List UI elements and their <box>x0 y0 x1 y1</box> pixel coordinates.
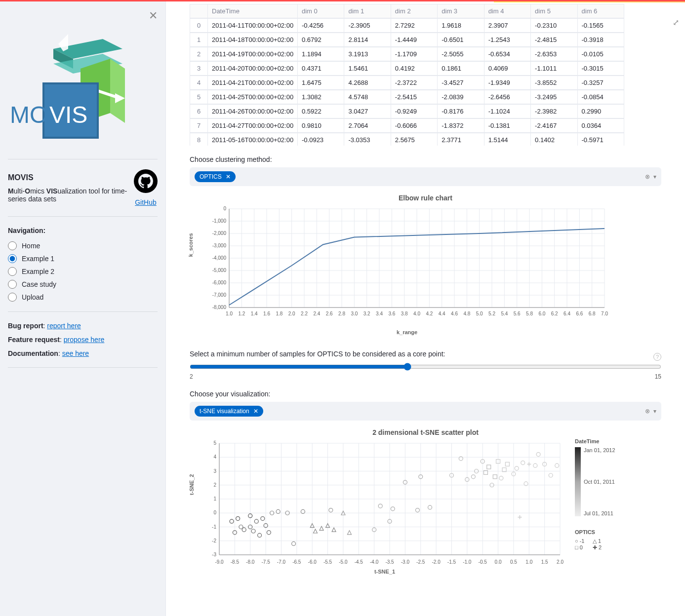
svg-text:1.2: 1.2 <box>238 311 245 316</box>
svg-text:0: 0 <box>223 206 226 211</box>
tag-remove-icon[interactable]: ✕ <box>253 408 258 415</box>
svg-text:4.4: 4.4 <box>439 311 445 316</box>
svg-marker-182 <box>332 528 336 532</box>
sidebar-link-row: Bug report: report here <box>8 322 158 330</box>
svg-text:-6.0: -6.0 <box>308 559 317 565</box>
svg-text:4.8: 4.8 <box>463 311 470 316</box>
svg-point-170 <box>261 517 265 521</box>
svg-text:1: 1 <box>213 496 216 501</box>
sidebar: ✕ MO VIS MOVIS Multi- <box>0 1 166 616</box>
svg-text:-8.5: -8.5 <box>231 559 240 565</box>
svg-marker-185 <box>347 531 351 535</box>
min-samples-slider[interactable] <box>190 363 661 371</box>
legend-symbol: ✚ 2 <box>593 544 610 551</box>
svg-text:-3,000: -3,000 <box>212 243 227 248</box>
svg-rect-207 <box>505 462 509 466</box>
sidebar-link[interactable]: see here <box>62 349 89 357</box>
app-title: MOVIS <box>8 173 134 182</box>
tag-remove-icon[interactable]: ✕ <box>226 173 231 180</box>
svg-text:-3.0: -3.0 <box>401 559 410 565</box>
table-header: dim 6 <box>577 4 624 18</box>
svg-text:6.2: 6.2 <box>551 311 558 316</box>
svg-text:-2.0: -2.0 <box>432 559 441 565</box>
svg-text:1.0: 1.0 <box>226 311 233 316</box>
svg-text:5: 5 <box>213 440 216 446</box>
nav-radio-case-study[interactable]: Case study <box>8 280 158 289</box>
svg-rect-201 <box>487 465 491 469</box>
table-row: 82011-05-16T00:00:00+02:00-0.0923-3.0353… <box>190 133 624 146</box>
nav-radio-example-1[interactable]: Example 1 <box>8 254 158 263</box>
svg-text:-5.0: -5.0 <box>339 559 348 565</box>
svg-text:0.5: 0.5 <box>510 559 517 565</box>
svg-text:3.6: 3.6 <box>388 311 395 316</box>
legend-symbol: □ 0 <box>575 544 593 550</box>
nav-radio-example-2[interactable]: Example 2 <box>8 267 158 276</box>
svg-text:1.4: 1.4 <box>251 311 258 316</box>
svg-marker-179 <box>313 529 317 533</box>
svg-text:-7,000: -7,000 <box>212 292 227 298</box>
help-icon[interactable]: ? <box>653 353 661 361</box>
sidebar-link[interactable]: propose here <box>64 336 105 344</box>
elbow-ylabel: k_scores <box>188 233 194 257</box>
clustering-multiselect[interactable]: OPTICS ✕ ⊗ ▾ <box>190 167 661 186</box>
table-header: dim 2 <box>391 4 437 18</box>
viz-label: Choose your visualization: <box>190 390 661 398</box>
svg-text:4.0: 4.0 <box>413 311 420 316</box>
viz-multiselect[interactable]: t-SNE visualization ✕ ⊗ ▾ <box>190 402 661 421</box>
svg-marker-4 <box>110 59 125 123</box>
sidebar-link-row: Documentation: see here <box>8 349 158 357</box>
multiselect-caret-icon[interactable]: ⊗ ▾ <box>645 408 656 415</box>
svg-point-164 <box>242 528 246 532</box>
svg-text:-1: -1 <box>212 524 216 530</box>
svg-text:4.6: 4.6 <box>451 311 458 316</box>
legend-symbol: △ 1 <box>593 538 610 544</box>
table-row: 22011-04-19T00:00:00+02:001.18943.1913-1… <box>190 47 624 61</box>
svg-point-217 <box>536 453 540 457</box>
scatter-legend: DateTime Jan 01, 2012Oct 01, 2011Jul 01,… <box>575 438 615 567</box>
app-tagline: Multi-Omics VISualization tool for time-… <box>8 187 134 203</box>
nav-radio-home[interactable]: Home <box>8 241 158 250</box>
svg-point-219 <box>549 473 553 477</box>
github-icon[interactable] <box>134 169 158 193</box>
svg-text:4.2: 4.2 <box>426 311 433 316</box>
expand-icon[interactable]: ⤢ <box>673 18 679 27</box>
svg-point-191 <box>415 508 419 512</box>
close-icon[interactable]: ✕ <box>149 9 158 22</box>
slider-max: 15 <box>655 373 661 380</box>
svg-point-172 <box>267 531 271 535</box>
main-content: ⤢ DateTimedim 0dim 1dim 2dim 3dim 4dim 5… <box>166 1 685 616</box>
nav-radio-group: HomeExample 1Example 2Case studyUpload <box>8 241 158 302</box>
clustering-tag-label: OPTICS <box>200 173 222 180</box>
svg-text:6.8: 6.8 <box>589 311 596 316</box>
table-row: 62011-04-26T00:00:00+02:000.59223.0427-0… <box>190 104 624 118</box>
viz-tag[interactable]: t-SNE visualization ✕ <box>195 406 263 417</box>
nav-radio-upload[interactable]: Upload <box>8 293 158 302</box>
svg-text:6.4: 6.4 <box>564 311 570 316</box>
svg-text:-3.5: -3.5 <box>385 559 394 565</box>
svg-point-193 <box>428 505 432 509</box>
svg-text:2.6: 2.6 <box>326 311 333 316</box>
svg-text:-0.5: -0.5 <box>479 559 487 565</box>
svg-point-176 <box>292 541 296 545</box>
clustering-tag[interactable]: OPTICS ✕ <box>195 171 236 182</box>
table-row: 72011-04-27T00:00:00+02:000.98102.7064-0… <box>190 118 624 133</box>
svg-point-205 <box>499 476 503 480</box>
svg-text:2.0: 2.0 <box>557 559 564 565</box>
svg-text:-1.0: -1.0 <box>463 559 472 565</box>
table-header: dim 5 <box>531 4 577 18</box>
svg-text:-7.0: -7.0 <box>277 559 286 565</box>
svg-text:-5.5: -5.5 <box>323 559 332 565</box>
svg-text:5.0: 5.0 <box>476 311 483 316</box>
table-row: 52011-04-25T00:00:00+02:001.30824.5748-2… <box>190 90 624 104</box>
svg-text:2.0: 2.0 <box>288 311 295 316</box>
data-table-wrap: ⤢ DateTimedim 0dim 1dim 2dim 3dim 4dim 5… <box>190 4 661 146</box>
github-link[interactable]: GitHub <box>134 198 158 206</box>
svg-point-209 <box>515 466 519 470</box>
multiselect-caret-icon[interactable]: ⊗ ▾ <box>645 173 656 180</box>
svg-text:MO: MO <box>10 102 48 128</box>
table-row: 02011-04-11T00:00:00+02:00-0.4256-2.3905… <box>190 18 624 33</box>
sidebar-link[interactable]: report here <box>47 322 81 330</box>
sidebar-link-row: Feature request: propose here <box>8 336 158 344</box>
table-header: dim 1 <box>344 4 391 18</box>
legend-optics-title: OPTICS <box>575 529 615 535</box>
